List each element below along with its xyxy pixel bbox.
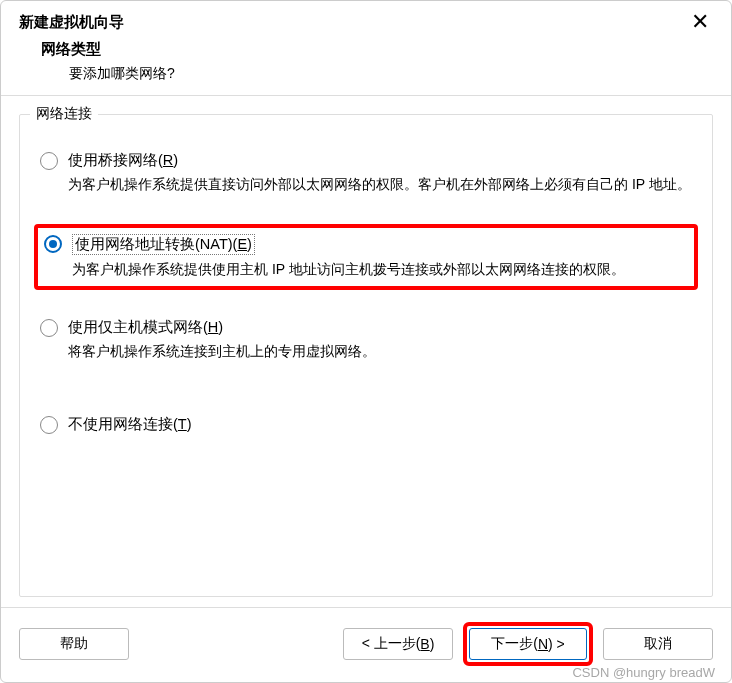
page-subtitle: 要添加哪类网络?	[41, 65, 713, 83]
wizard-dialog: 新建虚拟机向导 ✕ 网络类型 要添加哪类网络? 网络连接 使用桥接网络(R) 为…	[0, 0, 732, 683]
option-hostonly[interactable]: 使用仅主机模式网络(H) 将客户机操作系统连接到主机上的专用虚拟网络。	[34, 312, 698, 369]
desc-bridged: 为客户机操作系统提供直接访问外部以太网网络的权限。客户机在外部网络上必须有自己的…	[40, 174, 692, 196]
header: 网络类型 要添加哪类网络?	[1, 40, 731, 95]
group-legend: 网络连接	[30, 105, 98, 123]
desc-hostonly: 将客户机操作系统连接到主机上的专用虚拟网络。	[40, 341, 692, 363]
next-button-highlight: 下一步(N) >	[463, 622, 593, 666]
cancel-button[interactable]: 取消	[603, 628, 713, 660]
network-connection-group: 网络连接 使用桥接网络(R) 为客户机操作系统提供直接访问外部以太网网络的权限。…	[19, 114, 713, 597]
watermark: CSDN @hungry breadW	[572, 665, 715, 680]
label-hostonly: 使用仅主机模式网络(H)	[68, 318, 223, 337]
back-button[interactable]: < 上一步(B)	[343, 628, 453, 660]
radio-bridged[interactable]	[40, 152, 58, 170]
help-button[interactable]: 帮助	[19, 628, 129, 660]
content-area: 网络连接 使用桥接网络(R) 为客户机操作系统提供直接访问外部以太网网络的权限。…	[1, 96, 731, 607]
option-bridged[interactable]: 使用桥接网络(R) 为客户机操作系统提供直接访问外部以太网网络的权限。客户机在外…	[34, 145, 698, 202]
desc-nat: 为客户机操作系统提供使用主机 IP 地址访问主机拨号连接或外部以太网网络连接的权…	[44, 259, 688, 281]
radio-none[interactable]	[40, 416, 58, 434]
option-nat[interactable]: 使用网络地址转换(NAT)(E) 为客户机操作系统提供使用主机 IP 地址访问主…	[34, 224, 698, 291]
radio-nat[interactable]	[44, 235, 62, 253]
page-title: 网络类型	[41, 40, 713, 59]
label-nat: 使用网络地址转换(NAT)(E)	[72, 234, 255, 255]
next-button[interactable]: 下一步(N) >	[469, 628, 587, 660]
button-bar: 帮助 < 上一步(B) 下一步(N) > 取消 CSDN @hungry bre…	[1, 607, 731, 682]
label-none: 不使用网络连接(T)	[68, 415, 192, 434]
dialog-title: 新建虚拟机向导	[19, 13, 124, 32]
option-none[interactable]: 不使用网络连接(T)	[34, 409, 698, 444]
titlebar: 新建虚拟机向导 ✕	[1, 1, 731, 40]
close-icon[interactable]: ✕	[687, 13, 713, 31]
label-bridged: 使用桥接网络(R)	[68, 151, 178, 170]
radio-hostonly[interactable]	[40, 319, 58, 337]
